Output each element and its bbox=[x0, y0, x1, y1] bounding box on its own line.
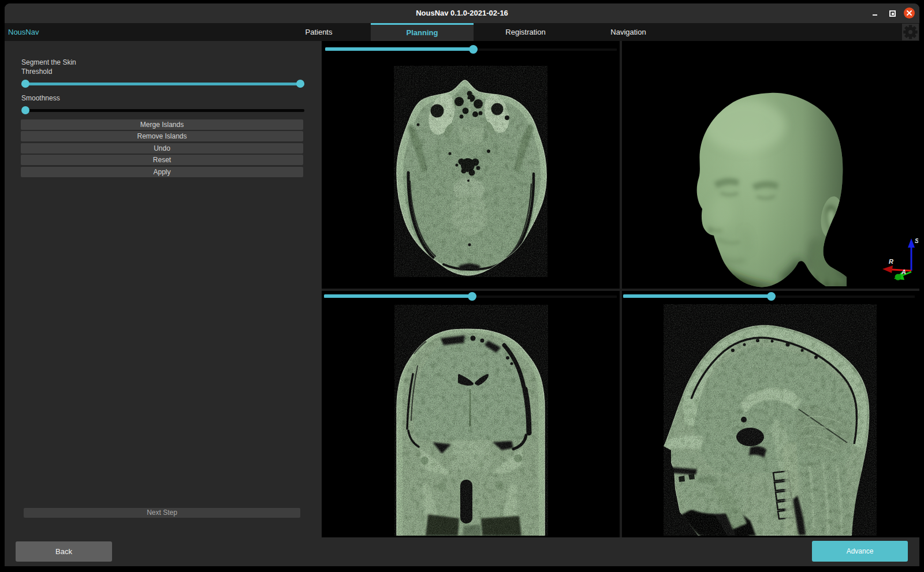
svg-text:R: R bbox=[889, 258, 893, 265]
svg-text:A: A bbox=[901, 268, 906, 275]
svg-text:S: S bbox=[915, 237, 918, 244]
